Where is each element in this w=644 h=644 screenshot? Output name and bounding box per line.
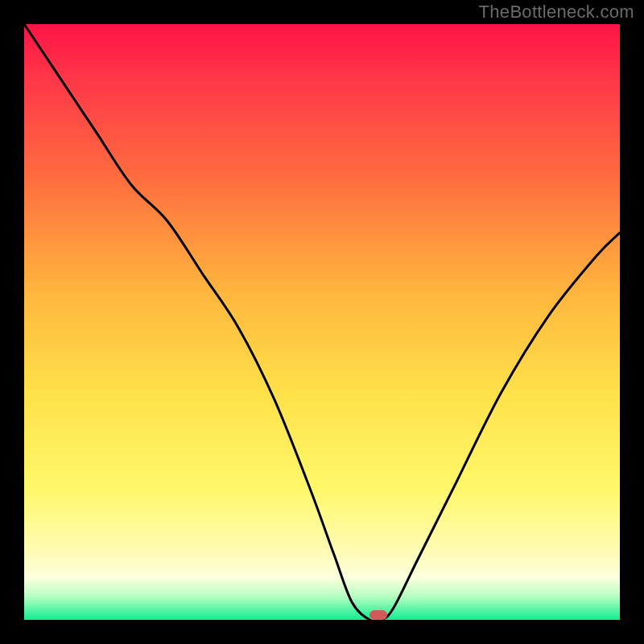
plot-area bbox=[24, 24, 620, 620]
watermark-text: TheBottleneck.com bbox=[479, 2, 634, 23]
optimum-marker bbox=[369, 610, 387, 620]
bottleneck-curve bbox=[24, 24, 620, 620]
chart-frame: TheBottleneck.com bbox=[0, 0, 644, 644]
